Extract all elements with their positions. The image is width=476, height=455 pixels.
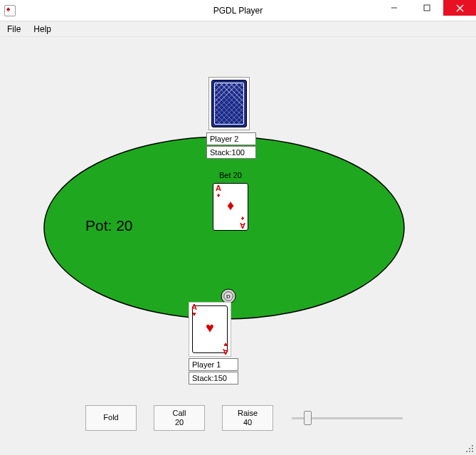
- call-button[interactable]: Call 20: [154, 405, 205, 431]
- svg-rect-12: [469, 451, 470, 452]
- svg-rect-11: [472, 451, 473, 452]
- raise-amount: 40: [243, 418, 252, 427]
- svg-rect-8: [472, 445, 473, 446]
- bet-label: Bet 20: [219, 171, 242, 179]
- card-rank-bottom: A♥: [223, 341, 228, 355]
- card-rank-top: A♦: [216, 184, 221, 199]
- svg-rect-13: [466, 451, 467, 452]
- menu-help[interactable]: Help: [33, 24, 51, 34]
- action-bar: Fold Call 20 Raise 40: [85, 405, 404, 431]
- svg-rect-1: [424, 5, 430, 11]
- player1-stack: Stack:150: [189, 372, 238, 385]
- community-card: A♦ ♦ A♦: [213, 183, 248, 231]
- raise-label: Raise: [238, 409, 258, 418]
- call-label: Call: [173, 409, 186, 418]
- menu-bar: File Help: [0, 21, 476, 37]
- player2-stack: Stack:100: [206, 146, 256, 159]
- svg-rect-9: [472, 448, 473, 449]
- player2-card-back: [211, 80, 247, 127]
- close-button[interactable]: [443, 0, 476, 16]
- menu-file[interactable]: File: [7, 24, 21, 34]
- card-suit-center: ♥: [206, 320, 214, 336]
- player1-card-frame: A♥ ♥ A♥: [189, 302, 231, 357]
- maximize-button[interactable]: [411, 0, 443, 16]
- game-canvas: Pot: 20 Bet 20 A♦ ♦ A♦ D Player 2 Stack:…: [7, 43, 469, 449]
- card-rank-bottom: A♦: [240, 215, 245, 229]
- player2-card-frame: [208, 77, 250, 130]
- player2-name: Player 2: [206, 132, 256, 145]
- fold-button[interactable]: Fold: [85, 405, 137, 431]
- player1-name: Player 1: [189, 358, 238, 371]
- window-controls: [378, 0, 476, 16]
- player1-card: A♥ ♥ A♥: [192, 305, 228, 353]
- svg-text:D: D: [226, 293, 231, 300]
- pot-label: Pot: 20: [85, 217, 133, 234]
- bet-slider-wrap: [290, 409, 404, 427]
- resize-grip[interactable]: [465, 444, 475, 454]
- card-suit-center: ♦: [227, 197, 234, 214]
- bet-slider[interactable]: [292, 417, 403, 419]
- card-rank-top: A♥: [191, 303, 197, 318]
- client-area: Pot: 20 Bet 20 A♦ ♦ A♦ D Player 2 Stack:…: [0, 37, 476, 455]
- title-bar: PGDL Player: [0, 0, 476, 21]
- raise-button[interactable]: Raise 40: [222, 405, 273, 431]
- app-icon: [4, 5, 16, 16]
- minimize-button[interactable]: [378, 0, 411, 16]
- svg-rect-10: [469, 448, 470, 449]
- fold-label: Fold: [103, 413, 118, 422]
- call-amount: 20: [175, 418, 184, 427]
